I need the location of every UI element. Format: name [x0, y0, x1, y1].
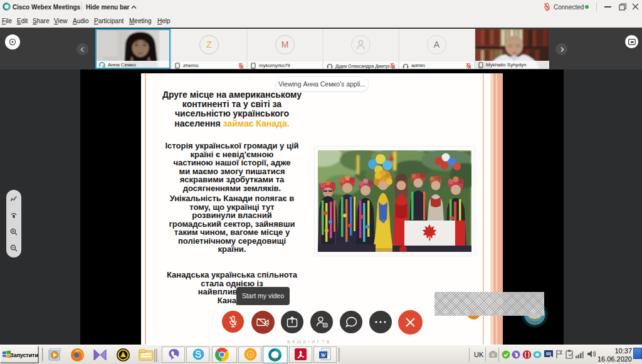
svg-text:W: W [320, 352, 326, 358]
